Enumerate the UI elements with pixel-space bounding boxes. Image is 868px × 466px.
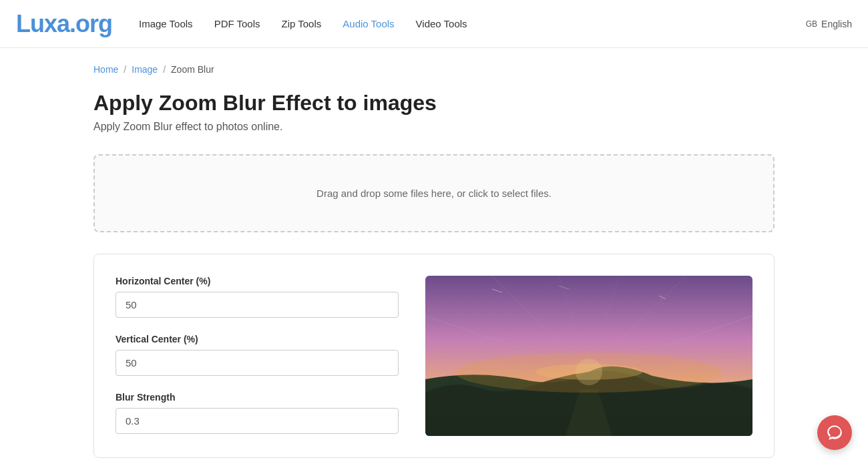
main-content: Home / Image / Zoom Blur Apply Zoom Blur… — [0, 48, 868, 466]
breadcrumb: Home / Image / Zoom Blur — [93, 64, 775, 75]
controls-left: Horizontal Center (%) Vertical Center (%… — [116, 276, 399, 436]
nav-image-tools[interactable]: Image Tools — [139, 18, 193, 29]
breadcrumb-sep-1: / — [124, 64, 126, 75]
horizontal-center-label: Horizontal Center (%) — [116, 276, 399, 286]
nav-pdf-tools[interactable]: PDF Tools — [214, 18, 260, 29]
controls-panel: Horizontal Center (%) Vertical Center (%… — [93, 254, 775, 458]
page-subtitle: Apply Zoom Blur effect to photos online. — [93, 121, 775, 133]
vertical-center-group: Vertical Center (%) — [116, 334, 399, 376]
nav-zip-tools[interactable]: Zip Tools — [282, 18, 322, 29]
preview-image — [425, 276, 752, 436]
blur-strength-input[interactable] — [116, 408, 399, 434]
horizontal-center-group: Horizontal Center (%) — [116, 276, 399, 318]
svg-point-22 — [576, 359, 602, 385]
vertical-center-input[interactable] — [116, 350, 399, 376]
nav-video-tools[interactable]: Video Tools — [416, 18, 467, 29]
language-label: English — [821, 19, 852, 29]
language-selector[interactable]: GB English — [806, 19, 852, 29]
vertical-center-label: Vertical Center (%) — [116, 334, 399, 344]
breadcrumb-current: Zoom Blur — [171, 64, 214, 75]
breadcrumb-home[interactable]: Home — [93, 64, 118, 75]
breadcrumb-sep-2: / — [163, 64, 166, 75]
chat-icon — [826, 424, 843, 441]
horizontal-center-input[interactable] — [116, 292, 399, 318]
file-drop-zone[interactable]: Drag and drop some files here, or click … — [93, 154, 775, 232]
preview-canvas-svg — [425, 276, 752, 436]
main-nav: Image Tools PDF Tools Zip Tools Audio To… — [139, 18, 806, 29]
site-logo[interactable]: Luxa.org — [16, 10, 112, 38]
breadcrumb-image[interactable]: Image — [132, 64, 158, 75]
page-title: Apply Zoom Blur Effect to images — [93, 91, 775, 115]
blur-strength-label: Blur Strength — [116, 392, 399, 403]
drop-zone-label: Drag and drop some files here, or click … — [316, 188, 552, 199]
language-flag: GB — [806, 19, 817, 29]
nav-audio-tools[interactable]: Audio Tools — [343, 18, 394, 29]
blur-strength-group: Blur Strength — [116, 392, 399, 434]
chat-button[interactable] — [817, 415, 852, 450]
header: Luxa.org Image Tools PDF Tools Zip Tools… — [0, 0, 868, 48]
